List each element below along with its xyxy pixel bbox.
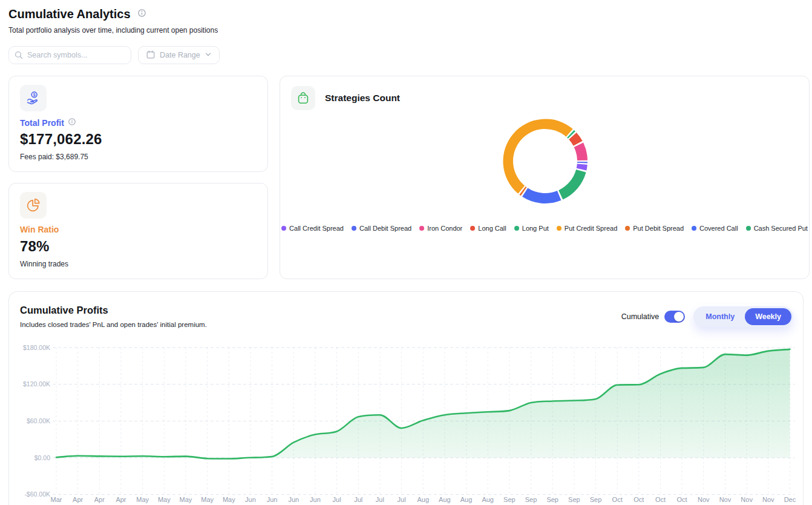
cumulative-toggle-row: Cumulative [621,311,686,323]
x-axis-tick: Jun [245,496,256,503]
legend-item-call-debit-spread[interactable]: Call Debit Spread [352,225,411,232]
legend-dot [352,226,356,231]
legend-label: Long Call [478,225,506,232]
win-ratio-card: Win Ratio 78% Winning trades [8,183,268,279]
x-axis-tick: Jun [288,496,299,503]
legend-dot [470,226,475,231]
x-axis-tick: Nov [741,496,753,503]
search-box [8,46,131,64]
x-axis-tick: May [223,496,235,503]
period-segmented-control: Monthly Weekly [693,306,793,327]
legend-item-cash-secured-put[interactable]: Cash Secured Put [746,225,808,232]
legend-item-long-call[interactable]: Long Call [470,225,506,232]
legend-label: Put Debit Spread [633,225,684,232]
legend-label: Call Debit Spread [359,225,411,232]
x-axis-tick: Nov [698,496,710,503]
win-ratio-sub: Winning trades [20,260,68,268]
legend-item-long-put[interactable]: Long Put [514,225,549,232]
x-axis-tick: May [158,496,171,503]
x-axis-tick: Sep [503,496,516,503]
legend-item-iron-condor[interactable]: Iron Condor [419,225,462,232]
search-input[interactable] [8,46,131,64]
svg-text:$: $ [33,93,36,97]
x-axis-tick: Oct [634,496,644,503]
legend-label: Iron Condor [427,225,462,232]
pie-chart-icon [20,192,47,219]
y-axis-tick: $120.00K [23,380,50,388]
weekly-button[interactable]: Weekly [745,308,791,325]
x-axis-tick: Apr [94,496,105,503]
cumulative-profits-subtitle: Includes closed trades' PnL and open tra… [20,321,207,328]
x-axis-tick: Dec [784,496,796,503]
strategies-title: Strategies Count [325,93,400,104]
x-axis-tick: May [180,496,192,503]
page-title: Cumulative Analytics [8,7,131,21]
monthly-button[interactable]: Monthly [695,308,745,325]
legend-item-call-credit-spread[interactable]: Call Credit Spread [281,225,344,232]
donut-segment-cash-secured-put[interactable] [558,170,586,200]
x-axis-tick: Jul [376,496,384,503]
cumulative-controls: Cumulative Monthly Weekly [621,306,793,327]
shopping-bag-icon [291,86,315,110]
x-axis-tick: Nov [762,496,774,503]
legend-item-put-debit-spread[interactable]: Put Debit Spread [625,225,684,232]
legend-label: Covered Call [699,225,738,232]
donut-segment-covered-call[interactable] [522,188,561,203]
y-axis-tick: $180.00K [23,344,50,351]
total-profit-fees: Fees paid: $3,689.75 [20,153,88,161]
page-header: Cumulative Analytics Total portfolio ana… [8,7,218,35]
x-axis-tick: Sep [568,496,580,503]
hand-coin-icon: $ [20,85,47,111]
x-axis-tick: Sep [590,496,602,503]
legend-dot [692,226,696,231]
x-axis-tick: Mar [51,496,62,503]
legend-item-put-credit-spread[interactable]: Put Credit Spread [557,225,617,232]
legend-label: Cash Secured Put [754,225,808,232]
x-axis-tick: May [201,496,214,503]
strategies-header: Strategies Count [291,86,400,110]
legend-dot [419,226,424,231]
legend-label: Put Credit Spread [565,225,617,232]
win-ratio-value: 78% [20,238,50,255]
legend-dot [557,226,562,231]
donut-segment-iron-condor[interactable] [574,143,588,160]
date-range-button[interactable]: Date Range [138,46,220,64]
x-axis-tick: Aug [482,496,494,503]
total-profit-value: $177,062.26 [20,131,102,148]
total-profit-info-icon[interactable] [68,117,76,128]
donut-segment-call-debit-spread[interactable] [577,162,588,163]
donut-segment-call-credit-spread[interactable] [577,163,588,170]
win-ratio-label: Win Ratio [20,225,59,234]
x-axis-tick: Nov [719,496,732,503]
strategies-donut-chart [497,113,594,210]
toggle-knob [674,312,684,322]
total-profit-label-row: Total Profit [20,117,76,128]
x-axis-tick: May [136,496,149,503]
page-title-info-icon[interactable] [137,8,146,20]
x-axis-tick: Apr [73,496,83,503]
x-axis-tick: Aug [417,496,429,503]
legend-item-covered-call[interactable]: Covered Call [692,225,738,232]
total-profit-card: $ Total Profit $177,062.26 Fees paid: $3… [8,76,268,172]
x-axis-tick: Jul [354,496,362,503]
y-axis-tick: $60.00K [27,417,50,424]
x-axis-tick: Sep [546,496,558,503]
x-axis-tick: Aug [439,496,451,503]
cumulative-analytics-page: Cumulative Analytics Total portfolio ana… [0,0,812,505]
x-axis-tick: Jul [333,496,341,503]
legend-dot [281,226,286,231]
donut-segment-put-credit-spread[interactable] [503,119,572,193]
cumulative-profits-card: Cumulative Profits Includes closed trade… [8,291,804,505]
legend-label: Call Credit Spread [289,225,344,232]
cumulative-toggle-label: Cumulative [621,312,660,321]
legend-dot [625,226,630,231]
y-axis-tick: $0.00 [34,454,50,461]
cumulative-toggle[interactable] [664,311,685,323]
x-axis-tick: Oct [677,496,687,503]
x-axis-tick: Jun [310,496,321,503]
x-axis-tick: Sep [525,496,537,503]
calendar-icon [146,50,156,61]
x-axis-tick: Oct [612,496,623,503]
cumulative-profits-chart: $180.00K$120.00K$60.00K$0.00-$60.00KMarA… [9,340,804,505]
win-ratio-label-row: Win Ratio [20,225,59,234]
